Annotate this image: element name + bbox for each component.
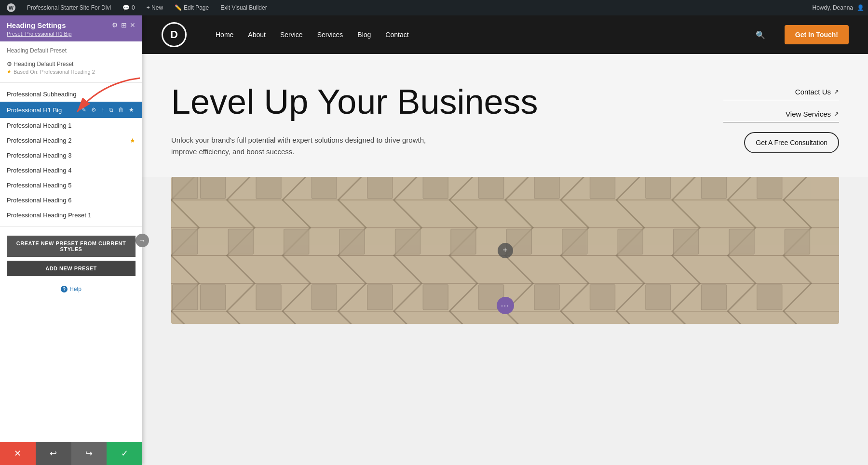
svg-rect-36 xyxy=(367,285,393,310)
hero-section: Level Up Your Business Unlock your brand… xyxy=(142,54,868,177)
hero-right: Contact Us ↗ View Services ↗ Get A Free … xyxy=(723,83,839,158)
svg-rect-43 xyxy=(757,285,782,310)
svg-rect-19 xyxy=(757,177,782,199)
star-icon[interactable]: ★ xyxy=(127,106,136,114)
free-consultation-button[interactable]: Get A Free Consultation xyxy=(744,132,839,153)
add-preset-button[interactable]: ADD NEW PRESET xyxy=(7,261,136,276)
preset-item-h1-big[interactable]: Professional H1 Big ✎ ⚙ ↑ ⧉ 🗑 ★ xyxy=(0,102,142,118)
preset-item-heading-4[interactable]: Professional Heading 4 xyxy=(0,163,142,178)
heading-settings-panel: Heading Settings Preset: Professional H1… xyxy=(0,15,142,465)
hero-subtext: Unlock your brand's full potential with … xyxy=(171,134,451,158)
hero-image-section: + ··· xyxy=(171,177,839,324)
wordpress-icon: W xyxy=(7,3,15,12)
panel-settings-icon[interactable]: ⚙ xyxy=(112,21,118,29)
more-options-button[interactable]: ··· xyxy=(497,297,514,314)
preset-item-heading-preset-1[interactable]: Professional Heading Preset 1 xyxy=(0,208,142,223)
preset-list-content: Heading Default Preset ⚙ Heading Default… xyxy=(0,41,142,442)
nav-services[interactable]: Services xyxy=(317,31,343,39)
preset-item-heading-6[interactable]: Professional Heading 6 xyxy=(0,193,142,208)
undo-button[interactable]: ↩ xyxy=(36,442,71,465)
nav-home[interactable]: Home xyxy=(216,31,233,39)
divider-1 xyxy=(0,82,142,83)
svg-rect-24 xyxy=(339,229,365,254)
svg-rect-9 xyxy=(201,177,226,199)
nav-contact[interactable]: Contact xyxy=(385,31,408,39)
panel-columns-icon[interactable]: ⊞ xyxy=(121,21,127,29)
divider-2 xyxy=(0,226,142,227)
svg-rect-40 xyxy=(590,285,615,310)
exit-builder-link[interactable]: Exit Visual Builder xyxy=(217,0,270,15)
svg-rect-20 xyxy=(173,177,198,199)
svg-rect-13 xyxy=(423,177,448,199)
panel-preset-label: Preset: Professional H1 Big xyxy=(7,31,72,37)
view-services-link[interactable]: View Services ↗ xyxy=(723,110,839,122)
add-section-button[interactable]: + xyxy=(498,243,513,258)
svg-rect-15 xyxy=(534,177,559,199)
edit-icon[interactable]: ✎ xyxy=(80,106,88,114)
svg-rect-41 xyxy=(646,285,671,310)
contact-arrow-icon: ↗ xyxy=(834,88,839,95)
admin-bar-right: Howdy, Deanna 👤 xyxy=(813,4,865,11)
comments-link[interactable]: 💬 0 xyxy=(120,0,138,15)
delete-icon[interactable]: 🗑 xyxy=(117,106,125,114)
preset-item-heading-5[interactable]: Professional Heading 5 xyxy=(0,178,142,193)
cancel-button[interactable]: ✕ xyxy=(0,442,36,465)
svg-rect-44 xyxy=(173,285,198,310)
svg-rect-11 xyxy=(312,177,337,199)
svg-rect-21 xyxy=(173,229,198,254)
confirm-button[interactable]: ✓ xyxy=(107,442,142,465)
help-section: ? Help xyxy=(0,281,142,297)
nav-service[interactable]: Service xyxy=(280,31,303,39)
upload-icon[interactable]: ↑ xyxy=(100,106,106,114)
edit-page-link[interactable]: ✏️ Edit Page xyxy=(172,0,212,15)
wp-logo[interactable]: W xyxy=(4,0,18,15)
svg-rect-30 xyxy=(674,229,699,254)
heading2-star-icon[interactable]: ★ xyxy=(130,137,136,144)
collapse-toggle[interactable]: → xyxy=(136,234,149,247)
panel-close-icon[interactable]: ✕ xyxy=(130,21,136,29)
nav-about[interactable]: About xyxy=(248,31,266,39)
svg-rect-10 xyxy=(256,177,281,199)
preset-item-heading-3[interactable]: Professional Heading 3 xyxy=(0,148,142,163)
redo-button[interactable]: ↪ xyxy=(71,442,107,465)
create-preset-button[interactable]: CREATE NEW PRESET FROM CURRENT STYLES xyxy=(7,236,136,257)
preset-item-heading-2[interactable]: Professional Heading 2 ★ xyxy=(0,133,142,148)
panel-title: Heading Settings xyxy=(7,21,72,29)
preset-item-subheading[interactable]: Professional Subheading xyxy=(0,87,142,102)
svg-rect-31 xyxy=(729,229,754,254)
nav-cta-button[interactable]: Get In Touch! xyxy=(785,25,849,44)
based-on-label: ★ Based On: Professional Heading 2 xyxy=(7,68,95,75)
svg-rect-29 xyxy=(618,229,643,254)
duplicate-icon[interactable]: ⧉ xyxy=(108,106,115,114)
new-item-link[interactable]: + New xyxy=(144,0,166,15)
sidebar-action-buttons: CREATE NEW PRESET FROM CURRENT STYLES AD… xyxy=(0,231,142,281)
nav-blog[interactable]: Blog xyxy=(357,31,371,39)
default-preset-title: Heading Default Preset xyxy=(0,41,142,57)
sidebar-bottom-bar: ✕ ↩ ↪ ✓ xyxy=(0,442,142,465)
plus-icon: + xyxy=(502,245,508,255)
website-preview: D Home About Service Services Blog Conta… xyxy=(142,15,868,465)
site-name[interactable]: Professional Starter Site For Divi xyxy=(24,0,114,15)
search-icon[interactable]: 🔍 xyxy=(756,30,765,40)
svg-rect-26 xyxy=(451,229,476,254)
svg-rect-18 xyxy=(701,177,726,199)
preset-item-heading-1[interactable]: Professional Heading 1 xyxy=(0,118,142,133)
settings-icon[interactable]: ⚙ xyxy=(90,106,98,114)
user-greeting: Howdy, Deanna xyxy=(813,4,854,11)
main-wrapper: Heading Settings Preset: Professional H1… xyxy=(0,15,868,465)
nav-links: Home About Service Services Blog Contact xyxy=(216,31,736,39)
site-logo: D xyxy=(162,22,187,47)
contact-us-link[interactable]: Contact Us ↗ xyxy=(723,88,839,100)
svg-rect-22 xyxy=(228,229,253,254)
svg-rect-35 xyxy=(312,285,337,310)
site-name-label: Professional Starter Site For Divi xyxy=(27,4,111,11)
svg-rect-16 xyxy=(590,177,615,199)
svg-rect-33 xyxy=(201,285,226,310)
svg-rect-28 xyxy=(562,229,587,254)
svg-rect-17 xyxy=(646,177,671,199)
admin-bar: W Professional Starter Site For Divi 💬 0… xyxy=(0,0,868,15)
hero-heading: Level Up Your Business xyxy=(171,83,704,121)
user-avatar-icon: 👤 xyxy=(857,4,864,11)
svg-rect-34 xyxy=(256,285,281,310)
help-label[interactable]: Help xyxy=(69,286,81,292)
